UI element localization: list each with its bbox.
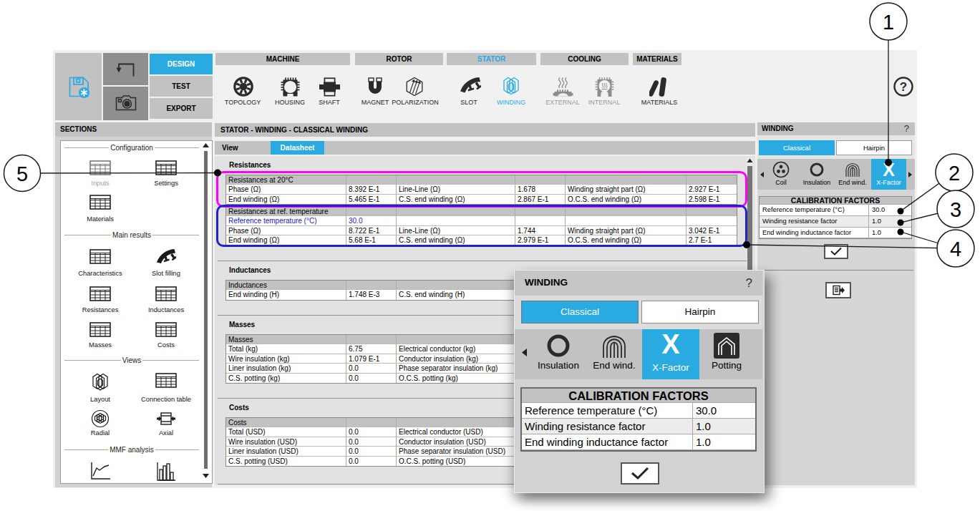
svg-text:?: ?	[900, 80, 907, 94]
svg-text:1: 1	[883, 11, 894, 34]
svg-text:3: 3	[950, 198, 961, 221]
svg-text:5: 5	[16, 162, 28, 185]
svg-text:4: 4	[950, 238, 961, 261]
svg-text:2: 2	[949, 162, 960, 185]
